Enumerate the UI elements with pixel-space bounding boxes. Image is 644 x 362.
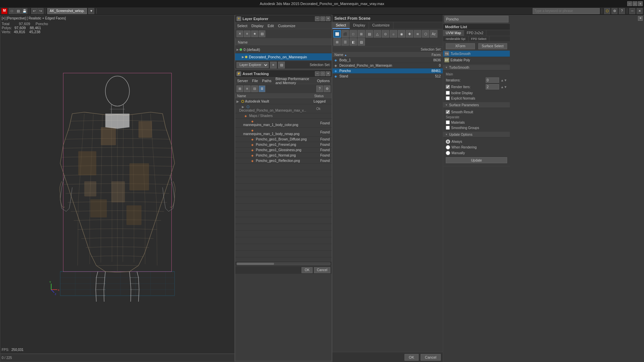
help-btn[interactable]: ?: [619, 8, 625, 14]
tree-item-default[interactable]: ▶ 0 (default): [235, 46, 332, 53]
layer-toolbar-btn2[interactable]: ≡: [244, 31, 251, 37]
new-btn[interactable]: □: [9, 8, 15, 14]
asset-close-btn[interactable]: ✕: [326, 71, 330, 76]
always-radio[interactable]: [446, 139, 450, 144]
asset-tb2[interactable]: ≡: [244, 85, 251, 92]
surface-params-section-header[interactable]: ▼ Surface Parameters: [443, 103, 510, 108]
select-helper-btn[interactable]: ✚: [406, 30, 413, 38]
layer-menu-edit[interactable]: Edit: [267, 24, 275, 28]
tab-uvw-map[interactable]: UVW Map: [443, 30, 464, 36]
when-rendering-radio[interactable]: [446, 145, 450, 149]
asset-ok-btn[interactable]: OK: [302, 267, 312, 273]
close-all-btn[interactable]: ✕: [637, 8, 643, 14]
asset-cancel-btn[interactable]: Cancel: [314, 267, 330, 273]
materials-check[interactable]: [446, 120, 450, 124]
table-row[interactable]: ◈ Poncho_geo1_Fresnel.png Found: [235, 142, 332, 147]
dropdown-arrow[interactable]: ▼: [88, 8, 94, 14]
footer-btn1[interactable]: ≡: [270, 62, 277, 68]
scene-scroll-area[interactable]: Name ▲ Faces ◈ Body_1: [332, 52, 443, 352]
max-logo-btn[interactable]: M: [1, 8, 7, 14]
minimize-btn[interactable]: ─: [627, 1, 632, 6]
smooth-result-check[interactable]: [446, 110, 450, 114]
undo-btn[interactable]: ↩: [31, 8, 37, 14]
table-row[interactable]: ◈ Poncho_geo1_Reflection.png Found: [235, 158, 332, 164]
asset-tb1[interactable]: ⊞: [236, 85, 243, 92]
table-row[interactable]: ◈ mannequins_man_1_body_color.png Found: [235, 119, 332, 128]
asset-min-btn[interactable]: ─: [315, 71, 320, 76]
tab-display[interactable]: Display: [350, 22, 369, 29]
render-iters-spinner[interactable]: ▲▼: [500, 85, 507, 89]
manually-radio[interactable]: [446, 151, 450, 155]
select-bone-btn[interactable]: ⬡: [422, 30, 429, 38]
table-row[interactable]: ◈ mannequins_man_1_body_nmap.png Found: [235, 128, 332, 137]
select-panel-close[interactable]: ✕: [638, 16, 643, 21]
asset-scroll-area[interactable]: Name Status ▶ ⬡ Autodesk Vault: [235, 94, 332, 261]
viewport[interactable]: [+] [Perspective] [ Realistic + Edged Fa…: [0, 15, 235, 362]
search-input[interactable]: [533, 8, 600, 14]
min-all-btn[interactable]: ─: [629, 8, 635, 14]
modifier-editable-poly[interactable]: EP Editable Poly: [443, 57, 510, 63]
panel-close-btn[interactable]: ✕: [326, 16, 330, 21]
scrollbar-thumb[interactable]: [237, 263, 274, 265]
select-light-btn[interactable]: ☼: [390, 30, 397, 38]
asset-max-btn[interactable]: □: [320, 71, 325, 76]
sub-tab-fpd-select[interactable]: FPD Select: [469, 36, 490, 42]
display-toggle-btn[interactable]: ◧: [350, 38, 357, 46]
settings-btn[interactable]: ⚙: [611, 8, 618, 14]
select-hier-btn[interactable]: ⊞: [358, 30, 365, 38]
scene-ok-btn[interactable]: OK: [405, 354, 419, 361]
table-row[interactable]: ◈ Stand 512: [332, 74, 443, 79]
iterations-spinner[interactable]: ▲▼: [500, 78, 507, 82]
table-row[interactable]: ▶ ⬡ Decorated_Poncho_on_Mannequin_max_v.…: [235, 104, 332, 113]
layer-toolbar-btn3[interactable]: ★: [251, 31, 258, 37]
iterations-input[interactable]: [486, 77, 499, 83]
scene-col-name[interactable]: Name ▲: [332, 52, 413, 58]
asset-menu-bitmap[interactable]: Bitmap Performance and Memory: [275, 77, 314, 85]
scene-cancel-btn[interactable]: Cancel: [421, 354, 441, 361]
explicit-normals-check[interactable]: [446, 96, 450, 100]
table-row[interactable]: ◈ Body_1 8636: [332, 58, 443, 63]
layer-menu-display[interactable]: Display: [251, 24, 264, 28]
isoline-check[interactable]: [446, 91, 450, 95]
object-name-field[interactable]: [444, 16, 508, 22]
asset-menu-file[interactable]: File: [251, 79, 259, 83]
tab-select[interactable]: Select: [332, 22, 350, 29]
select-space-btn[interactable]: ≋: [414, 30, 421, 38]
table-row[interactable]: ◈ Poncho_geo1_Brown_Diffuse.png Found: [235, 137, 332, 142]
select-filter-btn[interactable]: ▤: [366, 30, 373, 38]
table-row[interactable]: ◈ Decorated_Poncho_on_Mannequin 0: [332, 63, 443, 68]
table-row[interactable]: ◈ Poncho_geo1_Glossiness.png Found: [235, 147, 332, 153]
xform-label[interactable]: XForm: [446, 43, 475, 49]
asset-tb4[interactable]: ≣: [259, 85, 265, 92]
layer-footer-select[interactable]: Layer Explorer: [236, 62, 269, 68]
maximize-btn[interactable]: □: [633, 1, 637, 6]
update-options-section-header[interactable]: ▼ Update Options: [443, 132, 510, 137]
panel-maximize-btn[interactable]: □: [320, 16, 325, 21]
layer-toolbar-btn1[interactable]: ✕: [236, 31, 243, 37]
modifier-turbosmooth[interactable]: TS TurboSmooth: [443, 51, 510, 57]
asset-col-status[interactable]: Status: [312, 94, 332, 99]
select-geo-btn[interactable]: △: [374, 30, 381, 38]
render-btn[interactable]: ⬡: [604, 8, 610, 14]
horizontal-scrollbar[interactable]: [235, 261, 332, 266]
layer-menu-select[interactable]: Select: [236, 24, 248, 28]
tab-fpd[interactable]: FPD 2x2x2: [464, 30, 486, 36]
scene-col-faces[interactable]: Faces: [423, 52, 443, 58]
asset-tb6[interactable]: ⚙: [324, 85, 330, 92]
filter-btn[interactable]: ☰: [341, 38, 349, 46]
footer-btn2[interactable]: ▤: [278, 62, 285, 68]
render-iters-check[interactable]: [446, 85, 450, 89]
sort-type-btn[interactable]: ⊞: [333, 38, 341, 46]
asset-menu-server[interactable]: Server: [236, 79, 249, 83]
layer-toolbar-btn4[interactable]: ▤: [259, 31, 265, 37]
layer-menu-customize[interactable]: Customize: [277, 24, 296, 28]
select-invert-btn[interactable]: ⬛: [341, 30, 349, 38]
scene-col-type[interactable]: [413, 52, 423, 58]
table-row[interactable]: ▶ ⬡ Autodesk Vault Logged: [235, 99, 332, 104]
asset-menu-options[interactable]: Options: [316, 79, 330, 83]
turbosmooth-section-header[interactable]: ▼ TurboSmooth: [443, 65, 510, 70]
tree-item-poncho-layer[interactable]: ▶ Decorated_Poncho_on_Mannequin: [235, 53, 332, 61]
select-all-btn[interactable]: ⬜: [333, 30, 341, 38]
asset-tb5[interactable]: ?: [316, 85, 323, 92]
redo-btn[interactable]: ↪: [38, 8, 44, 14]
